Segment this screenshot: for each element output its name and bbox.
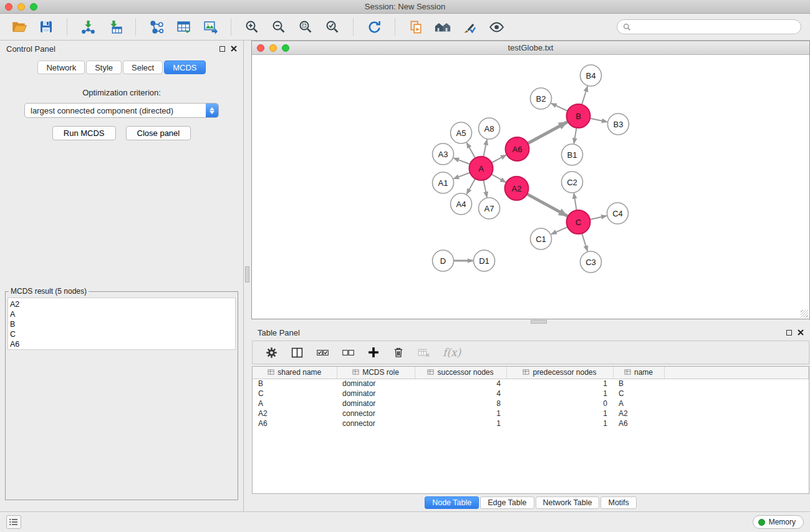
graph-edge-A-A7[interactable]	[483, 180, 487, 198]
close-network-window-icon[interactable]	[257, 44, 264, 52]
graph-node-A[interactable]: A	[470, 157, 493, 180]
graph-node-B2[interactable]: B2	[531, 88, 552, 109]
float-panel-icon[interactable]	[219, 46, 225, 52]
table-cell[interactable]: A	[253, 399, 337, 409]
refresh-network-view-icon[interactable]	[364, 17, 385, 37]
graph-node-C2[interactable]: C2	[562, 172, 583, 193]
table-cell[interactable]: dominator	[337, 399, 415, 409]
minimize-window-icon[interactable]	[17, 3, 25, 11]
toolbar-search[interactable]	[617, 19, 801, 34]
zoom-fit-icon[interactable]	[295, 17, 316, 37]
graph-edge-C-C1[interactable]	[551, 227, 567, 235]
table-cell[interactable]: A2	[613, 409, 664, 418]
graph-node-B[interactable]: B	[567, 104, 591, 128]
network-graph[interactable]: B4B2BB3A8A5A6A3B1AC2A1A2A4A7C4CC1C3DD1	[252, 55, 809, 319]
show-columns-icon[interactable]	[291, 346, 304, 359]
add-row-icon[interactable]	[367, 346, 380, 359]
graph-node-C3[interactable]: C3	[581, 251, 602, 273]
table-cell[interactable]: A2	[253, 409, 337, 418]
function-builder-button[interactable]: f(x)	[443, 346, 461, 359]
column-header-predecessor-nodes[interactable]: predecessor nodes	[506, 367, 613, 379]
graph-node-A7[interactable]: A7	[479, 198, 500, 219]
graph-node-D1[interactable]: D1	[474, 250, 495, 271]
graph-node-A1[interactable]: A1	[433, 172, 454, 193]
table-cell[interactable]: 1	[415, 409, 506, 418]
graph-edge-A-A3[interactable]	[453, 158, 470, 164]
graph-edge-A6-B[interactable]	[528, 122, 567, 144]
graph-node-A6[interactable]: A6	[506, 137, 529, 161]
control-tab-network[interactable]: Network	[37, 60, 85, 74]
graph-edge-A-A6[interactable]	[491, 155, 506, 163]
table-cell[interactable]: A	[613, 399, 664, 409]
close-window-icon[interactable]	[5, 3, 12, 11]
column-header-shared-name[interactable]: shared name	[253, 367, 337, 379]
table-cell[interactable]: 1	[506, 409, 613, 418]
close-table-panel-icon[interactable]	[798, 329, 804, 336]
graph-node-A3[interactable]: A3	[433, 143, 454, 165]
table-tab-edge-table[interactable]: Edge Table	[480, 496, 534, 509]
control-tab-style[interactable]: Style	[86, 60, 122, 74]
table-cell[interactable]: 1	[415, 418, 506, 428]
graph-node-A5[interactable]: A5	[451, 122, 472, 143]
graph-edge-A-A4[interactable]	[466, 179, 475, 195]
network-overview-icon[interactable]	[432, 17, 453, 37]
close-panel-icon[interactable]	[231, 46, 237, 52]
zoom-selected-icon[interactable]	[322, 17, 343, 37]
graph-edge-B-B4[interactable]	[582, 86, 587, 105]
import-table-file-icon[interactable]	[104, 17, 125, 37]
table-cell[interactable]: connector	[337, 409, 415, 418]
select-all-rows-icon[interactable]	[316, 346, 329, 359]
table-cell[interactable]: 4	[415, 389, 506, 399]
optimization-criterion-dropdown[interactable]: largest connected component (directed)	[24, 103, 219, 118]
mcds-result-list[interactable]: A2ABCA6	[7, 297, 236, 350]
settings-gear-icon[interactable]	[265, 346, 278, 359]
graph-node-A2[interactable]: A2	[505, 177, 529, 200]
show-panels-icon[interactable]	[6, 515, 21, 529]
apply-style-icon[interactable]	[459, 17, 480, 37]
graph-edge-B-B2[interactable]	[551, 104, 568, 111]
graph-edge-A-A8[interactable]	[483, 140, 487, 157]
deselect-all-rows-icon[interactable]	[342, 346, 355, 359]
table-cell[interactable]: 1	[506, 389, 613, 399]
graph-edge-B-B3[interactable]	[590, 118, 607, 122]
new-network-icon[interactable]	[146, 17, 167, 37]
save-session-icon[interactable]	[36, 17, 57, 37]
table-cell[interactable]: C	[253, 389, 337, 399]
table-row[interactable]: Adominator80A	[253, 399, 809, 409]
table-cell[interactable]: 8	[415, 399, 506, 409]
show-hide-graphics-icon[interactable]	[486, 17, 507, 37]
zoom-out-icon[interactable]	[268, 17, 289, 37]
table-tab-network-table[interactable]: Network Table	[536, 496, 600, 509]
search-input[interactable]	[635, 22, 795, 32]
graph-edge-B-B1[interactable]	[574, 128, 576, 143]
graph-edge-C-C4[interactable]	[590, 216, 607, 220]
control-tab-select[interactable]: Select	[123, 60, 163, 74]
delete-row-icon[interactable]	[392, 346, 405, 359]
table-cell[interactable]: 4	[415, 379, 506, 389]
table-row[interactable]: A6connector11A6	[253, 418, 809, 428]
graph-node-C[interactable]: C	[567, 210, 591, 234]
graph-node-D[interactable]: D	[433, 250, 454, 271]
graph-edge-C-C3[interactable]	[582, 233, 587, 251]
table-row[interactable]: A2connector11A2	[253, 409, 809, 418]
column-header-successor-nodes[interactable]: successor nodes	[415, 367, 506, 379]
graph-edge-A-A1[interactable]	[453, 173, 470, 179]
graph-node-B1[interactable]: B1	[562, 144, 583, 165]
maximize-network-window-icon[interactable]	[282, 44, 289, 52]
control-tab-mcds[interactable]: MCDS	[164, 60, 205, 74]
vertical-splitter[interactable]	[244, 41, 251, 511]
open-session-icon[interactable]	[9, 17, 30, 37]
graph-node-C1[interactable]: C1	[531, 228, 552, 249]
column-header-name[interactable]: name	[613, 367, 664, 379]
column-header-MCDS-role[interactable]: MCDS role	[337, 367, 415, 379]
table-row[interactable]: Cdominator41C	[253, 389, 809, 399]
maximize-window-icon[interactable]	[30, 3, 37, 11]
graph-edge-A2-C[interactable]	[527, 194, 567, 216]
import-network-file-icon[interactable]	[77, 17, 99, 37]
export-image-icon[interactable]	[200, 17, 221, 37]
float-table-panel-icon[interactable]	[786, 330, 792, 336]
delete-table-icon[interactable]	[417, 346, 430, 359]
zoom-in-icon[interactable]	[241, 17, 263, 37]
splitter-handle[interactable]	[245, 266, 249, 283]
table-cell[interactable]: C	[613, 389, 664, 399]
